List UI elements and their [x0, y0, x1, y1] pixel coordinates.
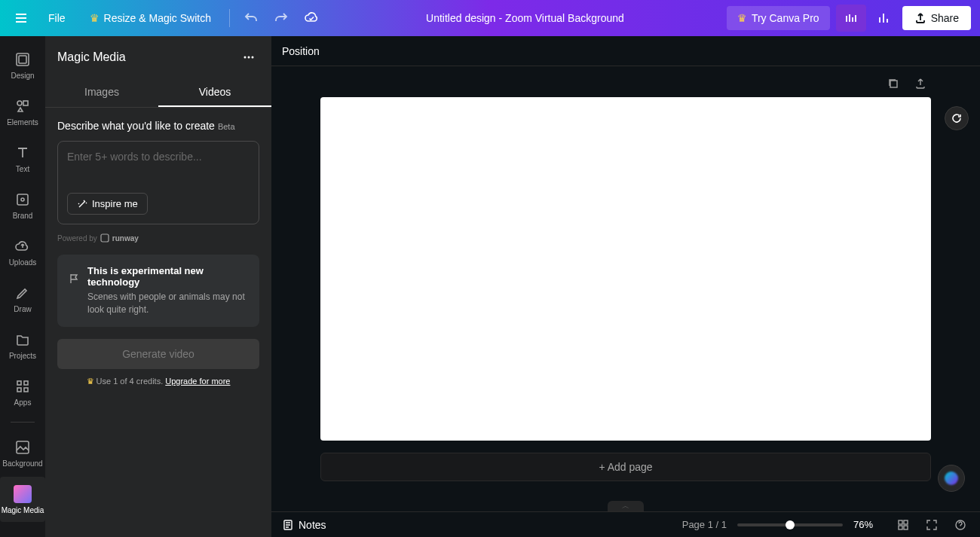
svg-rect-20	[904, 526, 908, 529]
svg-rect-3	[23, 101, 28, 105]
flag-icon	[68, 273, 80, 316]
rail-item-projects[interactable]: Projects	[0, 322, 45, 368]
tab-images[interactable]: Images	[45, 78, 158, 107]
share-button[interactable]: Share	[902, 6, 971, 30]
canvas-area: + Add page	[271, 66, 980, 511]
duplicate-page-button[interactable]	[883, 73, 904, 94]
runway-logo-icon	[100, 233, 109, 243]
rail-item-text[interactable]: Text	[0, 136, 45, 181]
bottombar-right: Page 1 / 1 76%	[682, 516, 969, 534]
export-page-button[interactable]	[910, 73, 931, 94]
zoom-thumb[interactable]	[786, 520, 795, 529]
analytics-button[interactable]	[872, 6, 896, 30]
panel-body: Describe what you'd like to createBeta I…	[45, 108, 271, 537]
rail-label: Design	[11, 72, 34, 80]
top-bar: File ♛ Resize & Magic Switch ♛ Try Canva…	[0, 0, 980, 36]
fullscreen-icon	[926, 519, 938, 531]
add-page-button[interactable]: + Add page	[320, 453, 931, 481]
inspire-me-button[interactable]: Inspire me	[67, 193, 148, 215]
prompt-input[interactable]	[67, 151, 250, 184]
present-button[interactable]	[836, 5, 866, 32]
duplicate-icon	[887, 77, 900, 90]
more-icon	[242, 50, 256, 64]
side-panel: ◀ Magic Media Images Videos Describe wha…	[45, 36, 271, 537]
redo-button[interactable]	[269, 6, 293, 30]
svg-point-5	[21, 198, 24, 201]
magic-media-icon	[14, 485, 32, 503]
rail-item-apps[interactable]: Apps	[0, 369, 45, 414]
info-box: This is experimental new technology Scen…	[57, 255, 259, 327]
hamburger-icon	[14, 11, 28, 25]
tab-videos[interactable]: Videos	[158, 78, 271, 107]
page-indicator: Page 1 / 1	[682, 519, 727, 530]
zoom-slider[interactable]	[737, 523, 843, 526]
undo-icon	[244, 11, 258, 25]
bottom-bar: Notes Page 1 / 1 76%	[271, 511, 980, 537]
resize-magic-switch-button[interactable]: ♛ Resize & Magic Switch	[81, 8, 220, 29]
generate-video-button[interactable]: Generate video	[57, 339, 259, 369]
svg-rect-4	[17, 194, 28, 205]
panel-title: Magic Media	[57, 50, 126, 64]
svg-rect-1	[19, 56, 26, 63]
cloud-sync-button[interactable]	[299, 6, 323, 30]
projects-icon	[14, 331, 32, 349]
grid-icon	[897, 519, 909, 531]
file-button[interactable]: File	[39, 8, 75, 29]
rail-item-magic-media[interactable]: Magic Media	[0, 477, 45, 522]
notes-label: Notes	[299, 519, 326, 531]
page-tray-toggle[interactable]: ︿	[608, 501, 644, 511]
svg-rect-8	[17, 388, 21, 392]
rail-item-draw[interactable]: Draw	[0, 276, 45, 321]
svg-point-11	[244, 56, 247, 59]
rail-item-uploads[interactable]: Uploads	[0, 229, 45, 274]
undo-button[interactable]	[239, 6, 263, 30]
crown-icon: ♛	[737, 12, 747, 24]
canvas-toolbar: Position	[271, 36, 980, 66]
refresh-button[interactable]	[945, 106, 969, 130]
credits-text: ♛ Use 1 of 4 credits. Upgrade for more	[57, 377, 259, 386]
position-button[interactable]: Position	[282, 45, 320, 57]
describe-label: Describe what you'd like to createBeta	[57, 120, 259, 132]
sparkle-icon	[945, 471, 958, 485]
redo-icon	[274, 11, 288, 25]
rail-item-background[interactable]: Background	[0, 430, 45, 475]
svg-rect-17	[899, 520, 902, 524]
rail-item-design[interactable]: Design	[0, 42, 45, 87]
left-rail: Design Elements Text Brand Uploads Draw …	[0, 36, 45, 537]
document-title-input[interactable]	[412, 12, 638, 24]
rail-label: Apps	[14, 398, 32, 407]
rail-label: Background	[2, 459, 42, 468]
info-title: This is experimental new technology	[87, 265, 249, 288]
svg-point-13	[252, 56, 254, 59]
refresh-icon	[951, 112, 963, 124]
panel-more-button[interactable]	[238, 47, 259, 68]
powered-by: Powered by runway	[57, 233, 259, 243]
uploads-icon	[14, 237, 32, 255]
canva-assistant-button[interactable]	[938, 465, 965, 492]
grid-view-button[interactable]	[894, 516, 912, 534]
rail-label: Uploads	[9, 258, 37, 267]
rail-item-brand[interactable]: Brand	[0, 182, 45, 227]
notes-button[interactable]: Notes	[282, 519, 326, 531]
rail-label: Draw	[14, 305, 31, 313]
upgrade-link[interactable]: Upgrade for more	[165, 377, 230, 386]
cloud-check-icon	[304, 11, 319, 26]
runway-label: runway	[112, 234, 139, 243]
fullscreen-button[interactable]	[923, 516, 941, 534]
share-label: Share	[931, 12, 959, 24]
try-canva-pro-button[interactable]: ♛ Try Canva Pro	[727, 6, 830, 30]
rail-item-elements[interactable]: Elements	[0, 89, 45, 134]
help-icon	[954, 519, 966, 531]
svg-rect-19	[899, 526, 902, 529]
canvas-page[interactable]	[320, 97, 931, 441]
try-pro-label: Try Canva Pro	[752, 12, 819, 24]
info-content: This is experimental new technology Scen…	[87, 265, 249, 316]
help-button[interactable]	[951, 516, 969, 534]
topbar-left: File ♛ Resize & Magic Switch	[9, 6, 323, 30]
main-menu-button[interactable]	[9, 6, 33, 30]
svg-rect-15	[890, 81, 897, 87]
svg-rect-10	[17, 441, 29, 453]
divider	[229, 9, 230, 27]
zoom-percentage[interactable]: 76%	[853, 519, 884, 530]
brand-icon	[14, 191, 32, 209]
